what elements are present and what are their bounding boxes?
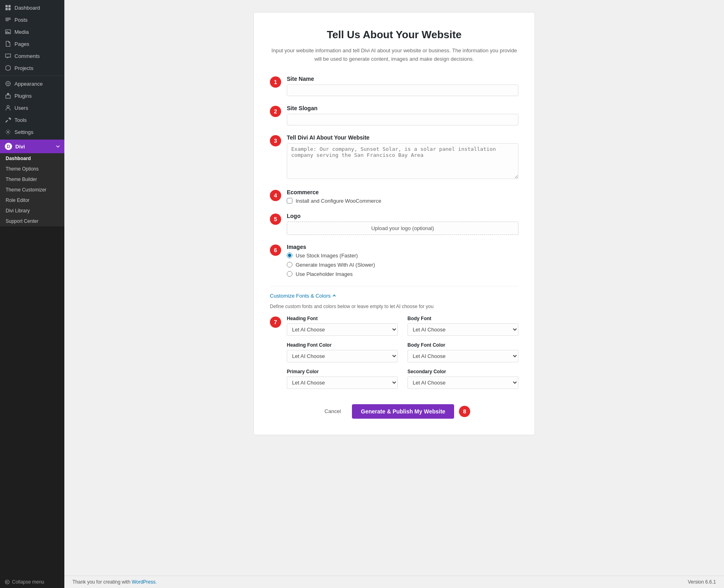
ecommerce-label: Ecommerce [287, 189, 518, 195]
sidebar-item-comments[interactable]: Comments [0, 50, 64, 62]
divi-header[interactable]: D Divi [0, 140, 64, 153]
version-text: Version 6.6.1 [688, 579, 716, 585]
page-title: Tell Us About Your Website [270, 29, 518, 41]
secondary-color-label: Secondary Color [407, 369, 518, 374]
sidebar-item-dashboard[interactable]: Dashboard [0, 2, 64, 14]
svg-rect-10 [7, 93, 9, 95]
svg-point-12 [7, 131, 9, 133]
step-7-content: Heading Font Let AI Choose Body Font Let… [287, 316, 518, 395]
sidebar-item-plugins[interactable]: Plugins [0, 90, 64, 102]
footer-text: Thank you for creating with WordPress. [72, 579, 157, 585]
heading-font-label: Heading Font [287, 316, 398, 321]
sidebar-item-appearance[interactable]: Appearance [0, 78, 64, 90]
step-3-badge: 3 [270, 135, 281, 146]
customize-toggle-label: Customize Fonts & Colors [270, 293, 331, 299]
sidebar-item-media-label: Media [14, 29, 29, 35]
wordpress-link[interactable]: WordPress. [132, 579, 156, 585]
step-3-section: 3 Tell Divi AI About Your Website [270, 134, 518, 180]
step-4-content: Ecommerce Install and Configure WooComme… [287, 189, 518, 204]
radio-row-stock: Use Stock Images (Faster) [287, 253, 518, 259]
sidebar-item-tools-label: Tools [14, 117, 27, 123]
sidebar-item-comments-label: Comments [14, 53, 40, 59]
sidebar-item-tools[interactable]: Tools [0, 114, 64, 126]
divi-sub-divi-library[interactable]: Divi Library [0, 206, 64, 216]
form-footer: Cancel Generate & Publish My Website 8 [270, 404, 518, 419]
svg-rect-7 [6, 30, 11, 34]
divi-sub-theme-customizer[interactable]: Theme Customizer [0, 185, 64, 195]
generate-publish-button[interactable]: Generate & Publish My Website [352, 404, 454, 419]
site-name-label: Site Name [287, 76, 518, 82]
tell-ai-textarea[interactable] [287, 143, 518, 179]
heading-font-select[interactable]: Let AI Choose [287, 323, 398, 336]
form-card: Tell Us About Your Website Input your we… [253, 12, 535, 435]
radio-placeholder[interactable] [287, 271, 292, 277]
radio-stock-label: Use Stock Images (Faster) [296, 253, 358, 259]
tell-ai-label: Tell Divi AI About Your Website [287, 134, 518, 141]
sidebar-item-pages[interactable]: Pages [0, 38, 64, 50]
primary-color-select[interactable]: Let AI Choose [287, 376, 398, 389]
customize-section: Customize Fonts & Colors Define custom f… [270, 286, 518, 395]
divi-sub-role-editor[interactable]: Role Editor [0, 195, 64, 206]
upload-logo-button[interactable]: Upload your logo (optional) [287, 222, 518, 235]
divi-sub-dashboard[interactable]: Dashboard [0, 153, 64, 164]
step-4-section: 4 Ecommerce Install and Configure WooCom… [270, 189, 518, 204]
divi-label: Divi [15, 144, 25, 150]
body-font-color-select[interactable]: Let AI Choose [407, 350, 518, 362]
sidebar-top: Dashboard Posts Media Pages Comments Pro… [0, 0, 64, 140]
svg-rect-0 [6, 5, 8, 8]
step-6-section: 6 Images Use Stock Images (Faster) Gener… [270, 244, 518, 277]
radio-ai[interactable] [287, 262, 292, 267]
divi-sub-theme-options[interactable]: Theme Options [0, 164, 64, 174]
sidebar-item-pages-label: Pages [14, 41, 29, 47]
sidebar: Dashboard Posts Media Pages Comments Pro… [0, 0, 64, 588]
svg-rect-5 [6, 19, 11, 20]
sidebar-item-projects[interactable]: Projects [0, 62, 64, 74]
step-8-badge: 8 [459, 406, 470, 417]
heading-font-color-group: Heading Font Color Let AI Choose [287, 342, 398, 362]
step-1-section: 1 Site Name [270, 76, 518, 96]
divi-sub-theme-builder[interactable]: Theme Builder [0, 174, 64, 185]
step-1-badge: 1 [270, 76, 281, 88]
sidebar-item-media[interactable]: Media [0, 26, 64, 38]
heading-font-group: Heading Font Let AI Choose [287, 316, 398, 336]
body-font-group: Body Font Let AI Choose [407, 316, 518, 336]
site-slogan-input[interactable] [287, 114, 518, 125]
step-2-section: 2 Site Slogan [270, 105, 518, 125]
step-5-badge: 5 [270, 214, 281, 225]
step-2-content: Site Slogan [287, 105, 518, 125]
svg-rect-4 [6, 18, 11, 19]
radio-row-ai: Generate Images With AI (Slower) [287, 262, 518, 268]
svg-rect-6 [6, 21, 9, 21]
step-6-content: Images Use Stock Images (Faster) Generat… [287, 244, 518, 277]
site-name-input[interactable] [287, 84, 518, 96]
step-6-badge: 6 [270, 245, 281, 256]
chevron-up-icon [332, 294, 336, 298]
sidebar-item-users[interactable]: Users [0, 102, 64, 114]
radio-row-placeholder: Use Placeholder Images [287, 271, 518, 277]
sidebar-item-posts-label: Posts [14, 17, 28, 23]
sidebar-item-settings-label: Settings [14, 129, 33, 135]
divi-section: D Divi Dashboard Theme Options Theme Bui… [0, 140, 64, 226]
customize-toggle[interactable]: Customize Fonts & Colors [270, 293, 518, 299]
secondary-color-select[interactable]: Let AI Choose [407, 376, 518, 389]
radio-placeholder-label: Use Placeholder Images [296, 271, 353, 277]
cancel-button[interactable]: Cancel [318, 405, 347, 417]
step-2-badge: 2 [270, 106, 281, 117]
step-4-badge: 4 [270, 190, 281, 201]
radio-stock[interactable] [287, 253, 292, 258]
woocommerce-checkbox[interactable] [287, 198, 292, 204]
sidebar-item-settings[interactable]: Settings [0, 126, 64, 138]
heading-font-color-select[interactable]: Let AI Choose [287, 350, 398, 362]
page-subtitle: Input your website information and tell … [270, 47, 518, 64]
sidebar-collapse-button[interactable]: Collapse menu [0, 576, 64, 588]
site-slogan-label: Site Slogan [287, 105, 518, 111]
sidebar-item-posts[interactable]: Posts [0, 14, 64, 26]
step-5-section: 5 Logo Upload your logo (optional) [270, 213, 518, 235]
logo-label: Logo [287, 213, 518, 219]
divi-sub-support-center[interactable]: Support Center [0, 216, 64, 226]
step-7-section: 7 Heading Font Let AI Choose Body Font [270, 316, 518, 395]
sidebar-item-plugins-label: Plugins [14, 93, 32, 99]
svg-rect-2 [6, 8, 8, 10]
body-font-color-label: Body Font Color [407, 342, 518, 348]
body-font-select[interactable]: Let AI Choose [407, 323, 518, 336]
